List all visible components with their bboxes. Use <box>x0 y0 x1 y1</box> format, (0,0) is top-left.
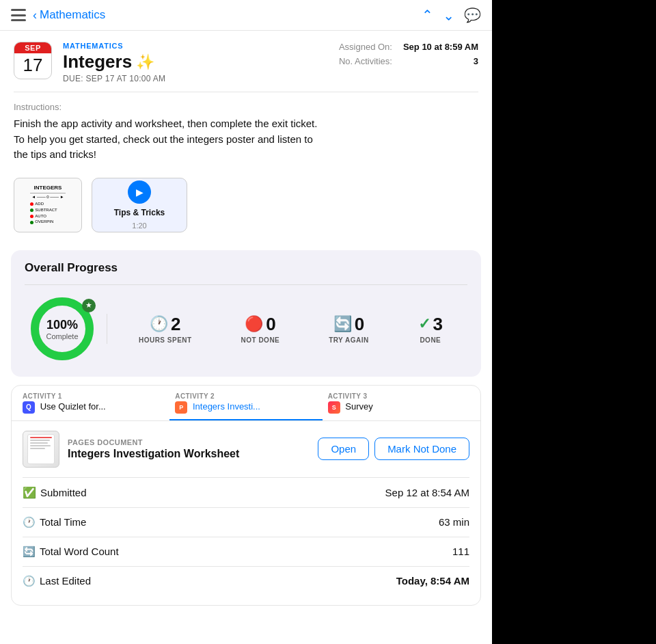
subject-label: MATHEMATICS <box>63 42 328 50</box>
done-icon: ✓ <box>418 315 430 333</box>
integers-poster-attachment[interactable]: INTEGERS ◄ ─── 0 ─── ► ADD SUBTRACT AUTO… <box>14 178 82 232</box>
mark-not-done-button[interactable]: Mark Not Done <box>374 438 469 460</box>
chevron-up-button[interactable]: ⌃ <box>422 7 433 23</box>
try-again-icon: 🔄 <box>333 315 352 333</box>
not-done-value: 0 <box>266 314 275 335</box>
total-time-row: 🕐 Total Time 63 min <box>23 507 469 537</box>
play-icon: ▶ <box>128 180 151 204</box>
video-duration: 1:20 <box>132 222 146 230</box>
sparkle-icon: ✨ <box>136 53 154 71</box>
comment-button[interactable]: 💬 <box>464 7 481 23</box>
not-done-icon: 🔴 <box>245 315 263 333</box>
no-activities-row: No. Activities: 3 <box>339 56 478 66</box>
checkmark-icon: ✅ <box>23 486 36 499</box>
chevron-left-icon: ‹ <box>33 8 37 23</box>
submitted-label: Submitted <box>40 487 87 498</box>
try-again-value: 0 <box>355 314 364 335</box>
hours-spent-stat: 🕐 2 HOURS SPENT <box>139 314 192 344</box>
top-nav: ‹ Mathematics ⌃ ⌃ 💬 <box>0 0 492 31</box>
instructions-section: Instructions: Finish the app activity an… <box>0 92 492 172</box>
doc-title: Integers Investigation Worksheet <box>68 448 310 460</box>
last-edited-row: 🕐 Last Edited Today, 8:54 AM <box>23 566 469 595</box>
back-button[interactable]: ‹ Mathematics <box>33 8 105 23</box>
star-badge: ★ <box>82 299 96 312</box>
donut-label: Complete <box>46 332 78 340</box>
hours-spent-label: HOURS SPENT <box>139 336 192 344</box>
attachments-row: INTEGERS ◄ ─── 0 ─── ► ADD SUBTRACT AUTO… <box>0 172 492 243</box>
survey-icon: S <box>328 401 340 414</box>
tab1-name: Q Use Quizlet for... <box>23 401 164 414</box>
activity-doc-row: PAGES DOCUMENT Integers Investigation Wo… <box>23 431 469 468</box>
open-button[interactable]: Open <box>318 438 369 460</box>
no-activities-value: 3 <box>474 56 478 66</box>
tab3-name: S Survey <box>328 401 469 414</box>
total-time-label: Total Time <box>40 516 86 528</box>
assigned-on-label: Assigned On: <box>339 42 392 52</box>
calendar-icon: SEP 17 <box>14 42 52 79</box>
no-activities-label: No. Activities: <box>339 56 392 66</box>
progress-title: Overall Progress <box>25 261 467 275</box>
word-count-icon: 🔄 <box>23 546 36 558</box>
not-done-value-row: 🔴 0 <box>241 314 280 335</box>
stats-grid: 🕐 2 HOURS SPENT 🔴 0 NOT DONE 🔄 0 <box>107 314 467 344</box>
donut-center: 100% Complete <box>46 317 78 340</box>
submitted-date: Sep 12 at 8:54 AM <box>385 487 469 498</box>
try-again-value-row: 🔄 0 <box>329 314 369 335</box>
last-edited-label: Last Edited <box>40 575 91 587</box>
tab-activity-2[interactable]: ACTIVITY 2 P Integers Investi... <box>169 386 322 420</box>
assigned-on-value: Sep 10 at 8:59 AM <box>403 42 478 52</box>
total-time-value: 63 min <box>439 516 469 528</box>
poster-title: INTEGERS <box>30 185 65 191</box>
tab-activity-1[interactable]: ACTIVITY 1 Q Use Quizlet for... <box>17 386 169 420</box>
not-done-label: NOT DONE <box>241 336 280 344</box>
sidebar-toggle-button[interactable] <box>11 9 26 21</box>
calendar-day: 17 <box>14 53 51 79</box>
donut-percent: 100% <box>46 317 78 332</box>
total-time-label-group: 🕐 Total Time <box>23 516 86 528</box>
back-label: Mathematics <box>40 8 105 22</box>
calendar-month: SEP <box>14 42 51 53</box>
hours-spent-value-row: 🕐 2 <box>139 314 192 335</box>
done-value: 3 <box>433 314 443 335</box>
assignment-header: SEP 17 MATHEMATICS Integers ✨ DUE: SEP 1… <box>0 31 492 92</box>
doc-actions: Open Mark Not Done <box>318 438 469 460</box>
assignment-title: Integers ✨ <box>63 51 328 72</box>
tab3-label: ACTIVITY 3 <box>328 392 469 400</box>
tab2-name: P Integers Investi... <box>175 401 316 414</box>
last-edited-value: Today, 8:54 AM <box>396 575 469 587</box>
done-label: DONE <box>418 336 443 344</box>
word-count-value: 111 <box>452 546 469 557</box>
tab1-label: ACTIVITY 1 <box>23 392 164 400</box>
activities-section: ACTIVITY 1 Q Use Quizlet for... ACTIVITY… <box>11 385 481 606</box>
progress-content: 100% Complete ★ 🕐 2 HOURS SPENT 🔴 <box>25 295 467 363</box>
doc-info: PAGES DOCUMENT Integers Investigation Wo… <box>68 438 310 460</box>
tab-activity-3[interactable]: ACTIVITY 3 S Survey <box>323 386 475 420</box>
word-count-row: 🔄 Total Word Count 111 <box>23 537 469 566</box>
due-date: DUE: SEP 17 AT 10:00 AM <box>63 74 328 83</box>
assignment-info: MATHEMATICS Integers ✨ DUE: SEP 17 AT 10… <box>63 42 328 83</box>
word-count-label-group: 🔄 Total Word Count <box>23 546 119 558</box>
instructions-label: Instructions: <box>14 102 478 112</box>
instructions-text: Finish the app activity and worksheet, t… <box>14 116 478 163</box>
tips-tricks-video-attachment[interactable]: ▶ Tips & Tricks 1:20 <box>92 178 187 232</box>
tab2-label: ACTIVITY 2 <box>175 392 316 400</box>
try-again-stat: 🔄 0 TRY AGAIN <box>329 314 369 344</box>
assigned-on-row: Assigned On: Sep 10 at 8:59 AM <box>339 42 478 52</box>
submitted-row: ✅ Submitted Sep 12 at 8:54 AM <box>23 477 469 507</box>
nav-left: ‹ Mathematics <box>11 8 105 23</box>
donut-chart: 100% Complete ★ <box>25 295 100 363</box>
submitted-status: ✅ Submitted <box>23 486 87 499</box>
not-done-stat: 🔴 0 NOT DONE <box>241 314 280 344</box>
assignment-meta: Assigned On: Sep 10 at 8:59 AM No. Activ… <box>339 42 478 70</box>
done-value-row: ✓ 3 <box>418 314 443 335</box>
last-edited-icon: 🕐 <box>23 575 36 587</box>
progress-divider <box>25 284 467 285</box>
word-count-label: Total Word Count <box>40 546 119 557</box>
time-icon: 🕐 <box>23 516 36 528</box>
doc-thumbnail <box>23 431 59 468</box>
pages-icon-inner <box>27 434 55 464</box>
clock-icon: 🕐 <box>150 315 168 333</box>
hours-spent-value: 2 <box>171 314 180 335</box>
chevron-down-button[interactable]: ⌃ <box>443 7 454 23</box>
quizlet-icon: Q <box>23 401 35 414</box>
